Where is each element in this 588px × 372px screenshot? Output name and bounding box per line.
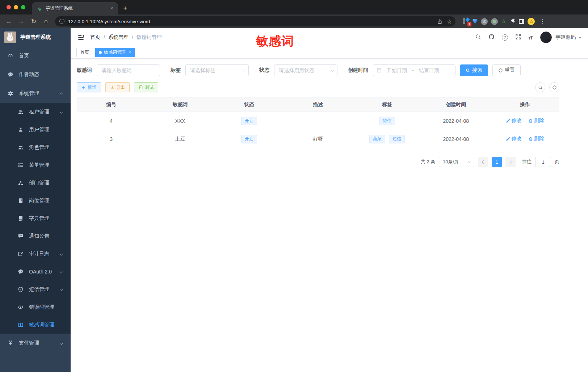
sidebar-fold-icon[interactable] [74, 31, 87, 44]
fullscreen-icon[interactable] [515, 34, 521, 41]
badge-icon [17, 198, 24, 204]
breadcrumb-home[interactable]: 首页 [90, 34, 100, 41]
add-button[interactable]: 新增 [77, 82, 101, 92]
search-icon [466, 68, 470, 73]
goto-page-input[interactable] [535, 157, 551, 167]
reload-icon[interactable]: ↻ [28, 16, 39, 26]
font-size-icon[interactable]: тT [529, 34, 533, 41]
delete-link[interactable]: 删除 [528, 135, 544, 142]
browser-window: 芋道管理系统 × + ← → ↻ ⌂ i 127.0.0.1:1024/syst… [0, 0, 588, 372]
forward-icon[interactable]: → [16, 16, 27, 26]
app-title: 芋道管理系统 [20, 34, 51, 41]
dashboard-icon [7, 53, 14, 59]
tag-close-icon[interactable]: × [129, 50, 131, 55]
keyword-input[interactable] [97, 64, 160, 76]
chevron-up-icon [60, 92, 63, 96]
address-bar[interactable]: i 127.0.0.1:1024/system/sensitive-word ☆ [55, 16, 455, 26]
date-end-input[interactable] [415, 67, 443, 73]
active-dot-icon [99, 51, 102, 54]
gem-extension-icon[interactable] [472, 19, 478, 24]
sidebar-item-dept[interactable]: 部门管理 [0, 174, 71, 192]
col-description: 描述 [284, 97, 352, 112]
app-logo[interactable]: 芋道管理系统 [0, 28, 71, 46]
cell-description [284, 112, 352, 130]
chat-icon [7, 72, 14, 78]
minimize-window-button[interactable] [14, 5, 18, 9]
reset-button[interactable]: 重置 [492, 64, 521, 76]
breadcrumb-system[interactable]: 系统管理 [108, 34, 129, 41]
sidebar-item-sensitive-word[interactable]: 敏感词管理 [0, 316, 71, 334]
header-search-icon[interactable] [475, 34, 481, 41]
side-panel-icon[interactable] [519, 19, 524, 24]
tags-view: 首页 敏感词管理 × [71, 46, 588, 59]
extension-icons: 9 ⌘ ☆ ☺ [459, 18, 536, 25]
date-range-picker[interactable]: - [373, 64, 455, 76]
home-icon[interactable]: ⌂ [41, 16, 51, 26]
new-tab-button[interactable]: + [118, 2, 133, 14]
prev-page-button[interactable] [478, 157, 488, 167]
tab-manager-extension-icon[interactable]: 9 [463, 18, 469, 25]
user-name: 芋道源码 [555, 34, 576, 41]
sidebar-item-home[interactable]: 首页 [0, 46, 71, 65]
sidebar-item-error-code[interactable]: 错误码管理 [0, 298, 71, 316]
edit-link[interactable]: 修改 [506, 135, 522, 142]
test-button[interactable]: 测试 [134, 82, 158, 92]
chevron-right-icon [508, 160, 512, 164]
sidebar-item-role[interactable]: 角色管理 [0, 138, 71, 156]
sidebar-item-dict[interactable]: 字典管理 [0, 209, 71, 227]
zoom-window-button[interactable] [21, 5, 25, 9]
browser-tab[interactable]: 芋道管理系统 × [32, 2, 118, 14]
sidebar-item-menu[interactable]: 菜单管理 [0, 156, 71, 174]
user-avatar[interactable] [540, 32, 552, 43]
github-icon[interactable] [488, 34, 495, 41]
annotation-text: 敏感词 [256, 33, 294, 50]
trash-icon [528, 137, 533, 141]
tag-badge: 蔬菜 [369, 135, 385, 143]
sidebar-item-oauth[interactable]: OAuth 2.0 [0, 263, 71, 280]
recorder-extension-icon[interactable] [491, 18, 498, 25]
command-extension-icon[interactable]: ⌘ [481, 18, 488, 25]
sidebar-item-author-news[interactable]: 作者动态 [0, 65, 71, 84]
tag-home[interactable]: 首页 [76, 48, 93, 57]
help-icon[interactable]: ? [502, 34, 508, 41]
edit-link[interactable]: 修改 [506, 117, 522, 124]
goto-label: 前往 [522, 159, 532, 165]
tag-select[interactable] [185, 64, 249, 76]
sidebar-item-system[interactable]: 系统管理 [0, 84, 71, 103]
green-star-extension-icon[interactable]: ☆ [501, 18, 506, 24]
sidebar-item-post[interactable]: 岗位管理 [0, 192, 71, 209]
site-info-icon[interactable]: i [59, 19, 64, 24]
user-caret-icon[interactable] [579, 37, 581, 39]
sidebar-item-notice[interactable]: 通知公告 [0, 227, 71, 245]
status-select[interactable] [274, 64, 337, 76]
profile-avatar[interactable]: ☺ [528, 18, 535, 25]
date-start-input[interactable] [383, 67, 411, 73]
browser-tabstrip: 芋道管理系统 × + [0, 0, 588, 14]
close-window-button[interactable] [7, 5, 11, 9]
tab-close-icon[interactable]: × [109, 5, 114, 11]
export-button[interactable]: 导出 [105, 82, 130, 92]
delete-link[interactable]: 删除 [528, 117, 544, 124]
toggle-search-button[interactable] [535, 82, 545, 92]
chevron-down-icon [60, 252, 63, 256]
bookmark-star-icon[interactable]: ☆ [447, 18, 452, 25]
edit-document-icon [17, 251, 24, 257]
back-icon[interactable]: ← [4, 16, 14, 26]
yen-icon: ¥ [7, 340, 14, 346]
sidebar-item-user[interactable]: 用户管理 [0, 121, 71, 138]
extensions-puzzle-icon[interactable] [509, 18, 516, 25]
url-text[interactable]: 127.0.0.1:1024/system/sensitive-word [68, 19, 433, 24]
share-icon[interactable] [437, 19, 442, 24]
browser-menu-icon[interactable]: ⋮ [538, 18, 547, 25]
page-number-1[interactable]: 1 [492, 157, 502, 167]
page-size-select[interactable]: 10条/页 [439, 157, 474, 167]
refresh-table-button[interactable] [549, 82, 559, 92]
sidebar-item-tenant[interactable]: 租户管理 [0, 103, 71, 121]
tag-sensitive-word[interactable]: 敏感词管理 × [95, 48, 135, 57]
next-page-button[interactable] [505, 157, 516, 167]
sidebar-item-sms[interactable]: 短信管理 [0, 280, 71, 298]
sidebar-item-pay[interactable]: ¥ 支付管理 [0, 334, 71, 352]
search-button[interactable]: 搜索 [460, 64, 488, 76]
table-header-row: 编号 敏感词 状态 描述 标签 创建时间 操作 [77, 97, 559, 112]
sidebar-item-audit-log[interactable]: 审计日志 [0, 245, 71, 263]
